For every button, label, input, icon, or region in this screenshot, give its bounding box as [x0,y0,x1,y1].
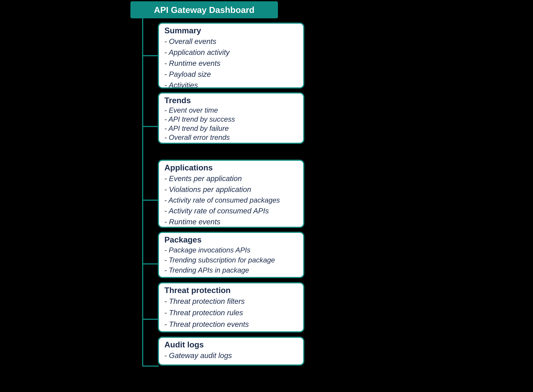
node-applications-item: - Runtime events [164,216,298,227]
root-node: API Gateway Dashboard [130,1,278,18]
node-summary: Summary - Overall events - Application a… [158,23,304,89]
node-summary-item: - Payload size [164,69,298,80]
node-trends-title: Trends [164,96,298,105]
node-packages-item: - Package invocations APIs [164,245,298,255]
node-applications-title: Applications [164,163,298,172]
root-title: API Gateway Dashboard [154,5,255,15]
node-applications-item: - Activity rate of consumed APIs [164,205,298,216]
node-summary-title: Summary [164,26,298,35]
node-threat-item: - Threat protection rules [164,307,298,318]
node-summary-item: - Activities [164,80,298,89]
node-summary-item: - Application activity [164,47,298,58]
node-applications-item: - Activity rate of consumed packages [164,195,298,205]
node-summary-item: - Runtime events [164,58,298,69]
node-threat-item: - Threat protection filters [164,296,298,307]
node-applications-item: - Violations per application [164,184,298,195]
node-packages-title: Packages [164,235,298,244]
node-audit-title: Audit logs [164,340,298,349]
node-audit-logs: Audit logs - Gateway audit logs [158,337,304,366]
node-packages-item: - Trending subscription for package [164,255,298,265]
node-trends-item: - API trend by failure [164,124,298,133]
node-trends-item: - Event over time [164,106,298,115]
node-trends: Trends - Event over time - API trend by … [158,92,304,144]
node-summary-item: - Overall events [164,36,298,47]
node-applications: Applications - Events per application - … [158,160,304,228]
node-packages-item: - Trending APIs in package [164,265,298,275]
diagram-canvas: API Gateway Dashboard Summary - Overall … [0,0,533,392]
node-threat-title: Threat protection [164,286,298,295]
node-trends-item: - API trend by success [164,115,298,124]
node-threat-protection: Threat protection - Threat protection fi… [158,282,304,332]
node-packages: Packages - Package invocations APIs - Tr… [158,232,304,278]
node-trends-item: - Overall error trends [164,133,298,142]
node-applications-item: - Events per application [164,173,298,184]
node-audit-item: - Gateway audit logs [164,350,298,361]
node-threat-item: - Threat protection events [164,319,298,330]
